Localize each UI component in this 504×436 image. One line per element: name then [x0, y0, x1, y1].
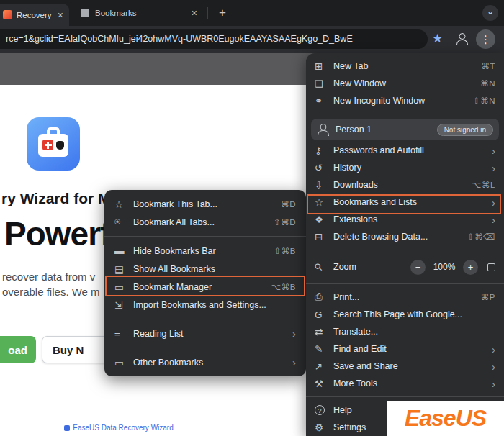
menu-shortcut: ⌘D — [281, 199, 296, 209]
tab-bookmarks[interactable]: Bookmarks × — [72, 0, 206, 26]
menu-item-delete-browsing-data[interactable]: ⊟ Delete Browsing Data... ⇧⌘⌫ — [306, 228, 504, 245]
chevron-right-icon: › — [492, 145, 495, 156]
menu-item-bookmark-all-tabs[interactable]: ⍟ Bookmark All Tabs... ⇧⌘D — [104, 213, 306, 231]
bookmarks-bar-icon: ▬ — [114, 245, 133, 256]
translate-icon: ⇄ — [315, 326, 333, 337]
menu-item-person[interactable]: Person 1 Not signed in — [311, 119, 499, 140]
easeus-watermark: EaseUS — [387, 401, 504, 436]
chevron-right-icon: › — [292, 357, 296, 368]
menu-item-label: Bookmark This Tab... — [133, 199, 275, 209]
menu-shortcut: ⇧⌘N — [473, 96, 495, 106]
fullscreen-icon[interactable] — [487, 263, 495, 271]
menu-item-more-tools[interactable]: ⚒ More Tools › — [306, 375, 504, 392]
menu-item-label: Print... — [333, 292, 475, 302]
menu-item-history[interactable]: ↺ History › — [306, 159, 504, 176]
menu-item-extensions[interactable]: ❖ Extensions › — [306, 211, 504, 228]
star-icon: ☆ — [114, 199, 133, 210]
chevron-right-icon: › — [492, 163, 495, 173]
menu-item-label: Bookmark All Tabs... — [133, 217, 268, 227]
menu-item-other-bookmarks[interactable]: ▭ Other Bookmarks › — [104, 353, 306, 371]
folder-icon: ▭ — [114, 357, 133, 368]
tab-favicon-bookmarks — [81, 9, 89, 17]
zoom-out-button[interactable]: − — [410, 260, 426, 275]
red-cross-icon — [42, 140, 53, 150]
menu-item-label: More Tools — [333, 378, 486, 389]
menu-item-save-and-share[interactable]: ↗ Save and Share › — [306, 358, 504, 375]
tab-recovery-wizard[interactable]: Recovery W × — [0, 4, 69, 26]
chevron-right-icon: › — [492, 197, 495, 208]
bookmark-star-icon[interactable]: ★ — [432, 29, 443, 49]
chevron-right-icon: › — [492, 344, 495, 355]
menu-item-passwords-autofill[interactable]: ⚷ Passwords and Autofill › — [306, 142, 504, 159]
menu-item-bookmarks-and-lists[interactable]: ☆ Bookmarks and Lists › — [306, 194, 504, 211]
zoom-in-button[interactable]: + — [463, 260, 478, 275]
person-icon — [317, 123, 330, 136]
menu-item-new-tab[interactable]: ⊞ New Tab ⌘T — [306, 58, 504, 75]
menu-item-print[interactable]: ⎙ Print... ⌘P — [306, 289, 504, 306]
menu-separator — [104, 236, 306, 237]
menu-item-new-window[interactable]: ❑ New Window ⌘N — [306, 75, 504, 92]
tab-strip: Recovery W × Bookmarks × + ⌄ — [0, 0, 504, 26]
reading-list-icon: ≡ — [114, 328, 133, 339]
browser-toolbar: rce=1&gclid=EAIaIQobChMIu_jei42ohwMVq-UW… — [0, 26, 504, 53]
menu-separator — [104, 348, 306, 348]
menu-item-show-all-bookmarks[interactable]: ▤ Show All Bookmarks — [104, 260, 306, 278]
menu-item-translate[interactable]: ⇄ Translate... — [306, 323, 504, 340]
menu-item-hide-bookmarks-bar[interactable]: ▬ Hide Bookmarks Bar ⇧⌘B — [104, 242, 306, 260]
trash-icon: ⊟ — [315, 231, 333, 242]
history-icon: ↺ — [315, 162, 333, 173]
star-icon: ☆ — [315, 196, 333, 208]
incognito-icon: ⚭ — [315, 95, 333, 106]
menu-item-label: Bookmarks and Lists — [333, 197, 486, 207]
page-footer: EaseUS Data Recovery Wizard — [0, 424, 238, 432]
zoom-label: Zoom — [333, 262, 410, 272]
tab-separator — [207, 7, 208, 19]
tab-close-icon[interactable]: × — [58, 10, 63, 20]
tab-list-chevron-button[interactable]: ⌄ — [482, 5, 498, 21]
menu-item-label: Delete Browsing Data... — [333, 232, 462, 242]
download-button[interactable]: oad — [0, 336, 36, 363]
pencil-icon: ✎ — [315, 343, 333, 355]
menu-item-downloads[interactable]: ⇩ Downloads ⌥⌘L — [306, 176, 504, 194]
share-icon: ↗ — [315, 360, 333, 372]
menu-item-label: Show All Bookmarks — [133, 264, 290, 274]
apple-logo-icon — [56, 141, 64, 150]
menu-item-label: New Window — [333, 78, 474, 88]
menu-item-zoom: ⚲ Zoom − 100% + — [306, 255, 504, 279]
profile-avatar-icon[interactable] — [456, 32, 469, 45]
menu-item-reading-list[interactable]: ≡ Reading List › — [104, 324, 306, 342]
menu-shortcut: ⌘T — [481, 61, 495, 71]
chevron-right-icon: › — [292, 328, 296, 339]
browser-menu-button[interactable]: ⋮ — [476, 29, 495, 49]
tab-close-icon[interactable]: × — [192, 8, 197, 18]
menu-item-new-incognito-window[interactable]: ⚭ New Incognito Window ⇧⌘N — [306, 92, 504, 109]
chevron-right-icon: › — [492, 214, 495, 225]
menu-item-bookmark-manager[interactable]: ▭ Bookmark Manager ⌥⌘B — [104, 278, 306, 296]
menu-item-label: Extensions — [333, 214, 486, 224]
bookmarks-submenu: ☆ Bookmark This Tab... ⌘D ⍟ Bookmark All… — [104, 190, 306, 376]
download-icon: ⇩ — [315, 179, 333, 191]
signin-status-badge: Not signed in — [437, 124, 493, 136]
menu-item-find-and-edit[interactable]: ✎ Find and Edit › — [306, 340, 504, 358]
toolbox-icon — [38, 134, 68, 157]
zoom-value: 100% — [432, 262, 456, 272]
menu-shortcut: ⌘P — [481, 292, 495, 302]
menu-item-search-with-google[interactable]: G Search This Page with Google... — [306, 306, 504, 323]
menu-item-label: Reading List — [133, 329, 287, 339]
zoom-icon: ⚲ — [312, 260, 325, 273]
person-name: Person 1 — [336, 124, 372, 135]
key-icon: ⚷ — [315, 145, 333, 156]
address-bar[interactable]: rce=1&gclid=EAIaIQobChMIu_jei42ohwMVq-UW… — [0, 29, 428, 49]
new-tab-button[interactable]: + — [215, 5, 230, 21]
menu-shortcut: ⇧⌘⌫ — [467, 232, 495, 242]
menu-item-bookmark-this-tab[interactable]: ☆ Bookmark This Tab... ⌘D — [104, 195, 306, 213]
google-g-icon: G — [315, 309, 333, 320]
menu-shortcut: ⇧⌘D — [274, 217, 296, 227]
menu-separator — [104, 319, 306, 319]
menu-item-label: Downloads — [333, 180, 466, 190]
page-headline: Powerf — [4, 214, 110, 253]
menu-item-import-bookmarks[interactable]: ⇲ Import Bookmarks and Settings... — [104, 296, 306, 314]
tab-label: Recovery W — [17, 11, 53, 19]
menu-item-label: History — [333, 163, 486, 173]
chrome-main-menu: ⊞ New Tab ⌘T ❑ New Window ⌘N ⚭ New Incog… — [306, 53, 504, 436]
